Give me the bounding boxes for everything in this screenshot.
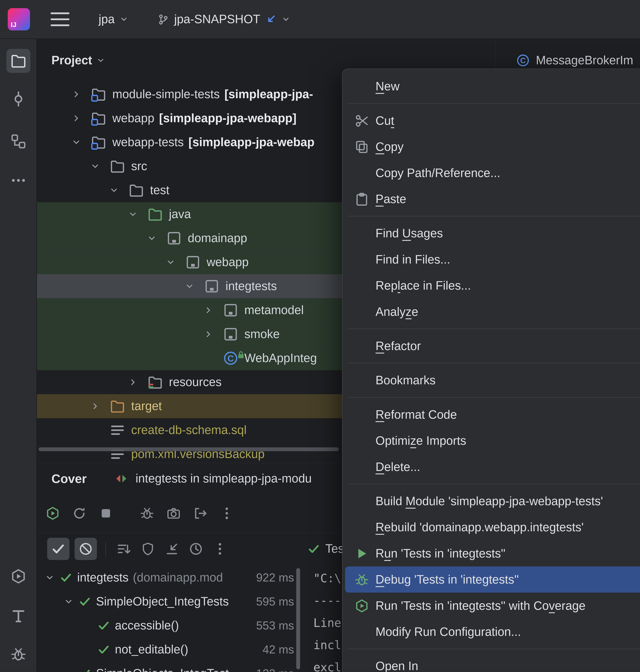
debug-button[interactable] bbox=[137, 504, 157, 523]
chevron-right-icon[interactable] bbox=[123, 370, 142, 394]
menu-item-replace-in-files[interactable]: Replace in Files... bbox=[343, 272, 640, 299]
test-duration: 922 ms bbox=[252, 566, 294, 589]
menu-item-new[interactable]: New bbox=[343, 73, 640, 99]
exit-button[interactable] bbox=[191, 504, 209, 523]
chevron-right-icon[interactable] bbox=[199, 322, 218, 346]
menu-item-label: Paste bbox=[376, 192, 406, 206]
stripe-button-debug[interactable] bbox=[9, 645, 28, 664]
show-passed-button[interactable] bbox=[47, 538, 70, 560]
chevron-down-icon[interactable] bbox=[161, 250, 180, 274]
tree-item-module-suffix: [simpleapp-jpa-webap bbox=[188, 135, 315, 149]
coverage-suite-label: integtests in simpleapp-jpa-modu bbox=[135, 472, 312, 486]
menu-item-run-tests-in-integtests-with-coverage[interactable]: Run 'Tests in 'integtests'' with Coverag… bbox=[343, 593, 640, 618]
menu-item-cut[interactable]: Cut bbox=[343, 108, 640, 134]
chevron-down-icon[interactable] bbox=[67, 130, 86, 154]
bug-icon bbox=[353, 572, 370, 587]
menu-item-find-in-files[interactable]: Find in Files... bbox=[343, 247, 640, 272]
menu-item-analyze[interactable]: Analyze bbox=[343, 299, 640, 325]
chevron-down-icon[interactable] bbox=[142, 226, 161, 250]
kebab-icon bbox=[213, 542, 227, 556]
folder-module-icon bbox=[89, 110, 108, 126]
kebab-icon bbox=[219, 506, 234, 521]
stripe-button-structure[interactable] bbox=[9, 132, 28, 151]
chevron-spacer bbox=[86, 442, 105, 463]
folder-icon bbox=[108, 399, 127, 414]
chevron-down-icon[interactable] bbox=[180, 274, 199, 298]
rerun-failed-button[interactable] bbox=[70, 504, 89, 523]
menu-item-copy-path-reference[interactable]: Copy Path/Reference... bbox=[343, 160, 640, 186]
chevron-down-icon bbox=[282, 15, 290, 24]
rerun-coverage-button[interactable] bbox=[43, 504, 62, 523]
stripe-button-run[interactable] bbox=[9, 567, 28, 586]
chevron-down-icon bbox=[97, 56, 105, 65]
menu-item-optimize-imports[interactable]: Optimize Imports bbox=[343, 428, 640, 454]
menu-item-label: Analyze bbox=[376, 305, 418, 318]
stripe-button-build[interactable] bbox=[9, 606, 28, 625]
menu-item-bookmarks[interactable]: Bookmarks bbox=[343, 367, 640, 393]
editor-tab[interactable]: C MessageBrokerIm bbox=[516, 54, 633, 67]
stripe-button-project[interactable] bbox=[6, 49, 30, 73]
chevron-down-icon[interactable] bbox=[41, 566, 58, 589]
chevron-down-icon[interactable] bbox=[60, 662, 77, 672]
test-row-simpleobject-integtests[interactable]: SimpleObject_IntegTests595 ms bbox=[37, 589, 296, 614]
menu-item-build-module-simpleapp-jpa-webapp-tests[interactable]: Build Module 'simpleapp-jpa-webapp-tests… bbox=[343, 488, 640, 514]
coverage-tab-title[interactable]: Cover bbox=[52, 472, 87, 486]
test-row-integtests[interactable]: integtests(domainapp.mod922 ms bbox=[37, 566, 296, 589]
menu-item-reformat-code[interactable]: Reformat Code bbox=[343, 402, 640, 428]
menu-item-label: New bbox=[376, 79, 399, 93]
menu-item-modify-run-configuration[interactable]: Modify Run Configuration... bbox=[343, 619, 640, 645]
suppress-button[interactable] bbox=[139, 539, 157, 558]
tree-item-label: target bbox=[131, 399, 162, 413]
menu-item-find-usages[interactable]: Find Usages bbox=[343, 220, 640, 246]
tree-item-module-suffix: [simpleapp-jpa-webapp] bbox=[159, 111, 296, 125]
more-button[interactable] bbox=[210, 539, 230, 558]
menu-item-run-tests-in-integtests[interactable]: Run 'Tests in 'integtests'' bbox=[343, 540, 640, 566]
show-ignored-button[interactable] bbox=[75, 538, 97, 560]
sort-button[interactable] bbox=[114, 539, 133, 558]
menu-item-delete[interactable]: Delete... bbox=[343, 454, 640, 480]
editor-tab-title: MessageBrokerIm bbox=[536, 54, 633, 67]
chevron-down-icon[interactable] bbox=[123, 202, 142, 226]
test-location: (domainapp.mod bbox=[133, 571, 223, 584]
file-lines-icon bbox=[108, 422, 127, 438]
menu-item-debug-tests-in-integtests[interactable]: Debug 'Tests in 'integtests'' bbox=[345, 566, 640, 593]
svg-text:C: C bbox=[228, 354, 234, 363]
tree-item-label: metamodel bbox=[244, 303, 304, 317]
screenshot-button[interactable] bbox=[164, 504, 183, 523]
more-button[interactable] bbox=[217, 504, 236, 523]
test-row-accessible[interactable]: accessible()553 ms bbox=[37, 614, 296, 638]
shield-icon bbox=[141, 542, 155, 556]
menu-item-paste[interactable]: Paste bbox=[343, 186, 640, 212]
stripe-button-more[interactable] bbox=[9, 171, 28, 190]
navigate-button[interactable] bbox=[162, 539, 181, 558]
chevron-down-icon[interactable] bbox=[86, 154, 105, 178]
chevron-down-icon[interactable] bbox=[105, 178, 123, 202]
vcs-branch-selector[interactable]: jpa-SNAPSHOT bbox=[155, 13, 293, 26]
horizontal-scrollbar[interactable] bbox=[39, 447, 339, 451]
tree-item-label: resources bbox=[169, 375, 222, 389]
test-row-not-editable[interactable]: not_editable()42 ms bbox=[37, 638, 296, 662]
chevron-right-icon[interactable] bbox=[67, 106, 86, 130]
menu-item-refactor[interactable]: Refactor bbox=[343, 333, 640, 359]
chevron-down-icon[interactable] bbox=[60, 589, 77, 614]
main-menu-button[interactable] bbox=[50, 13, 70, 26]
test-passed-icon bbox=[77, 595, 92, 608]
test-name: SimpleObjects_IntegTest bbox=[96, 667, 229, 672]
chevron-right-icon[interactable] bbox=[199, 298, 218, 322]
folder-icon bbox=[10, 53, 26, 69]
chevron-right-icon[interactable] bbox=[86, 394, 105, 418]
project-selector[interactable]: jpa bbox=[96, 13, 131, 26]
coverage-suite[interactable]: integtests in simpleapp-jpa-modu bbox=[114, 471, 312, 486]
menu-item-rebuild-domainapp-webapp-integtests[interactable]: Rebuild 'domainapp.webapp.integtests' bbox=[343, 514, 640, 540]
stop-button[interactable] bbox=[97, 504, 115, 523]
chevron-spacer bbox=[79, 614, 96, 638]
vertical-scrollbar[interactable] bbox=[296, 568, 300, 669]
chevron-right-icon[interactable] bbox=[67, 82, 86, 106]
menu-item-open-in[interactable]: Open In bbox=[343, 653, 640, 672]
menu-item-copy[interactable]: Copy bbox=[343, 134, 640, 160]
stripe-button-commit[interactable] bbox=[9, 90, 28, 108]
toolbar-separator bbox=[105, 542, 106, 556]
test-row-simpleobjects-integtest[interactable]: SimpleObjects_IntegTest122 ms bbox=[37, 662, 296, 672]
history-button[interactable] bbox=[186, 539, 205, 558]
main-toolbar: IJ jpa jpa-SNAPSHOT bbox=[0, 0, 640, 39]
